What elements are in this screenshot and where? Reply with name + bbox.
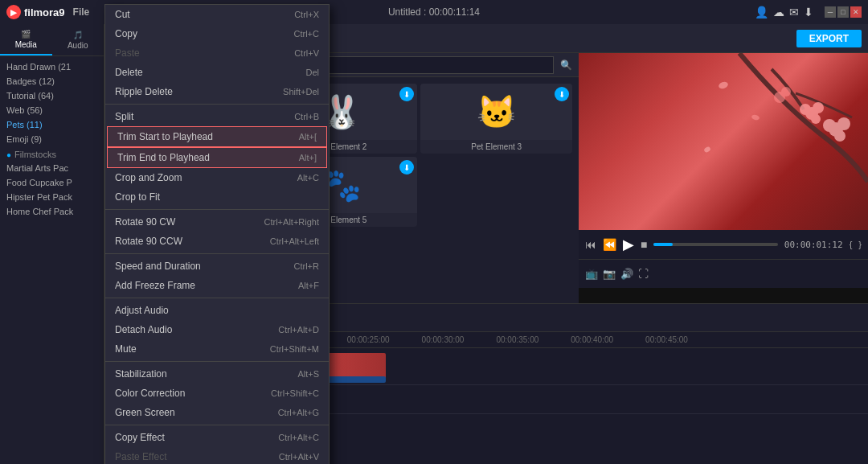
ctx-freeze[interactable]: Add Freeze Frame Alt+F <box>105 276 329 295</box>
maximize-button[interactable]: □ <box>837 6 849 18</box>
ctx-green-shortcut: Ctrl+Alt+G <box>278 408 319 417</box>
ctx-copy-effect-label: Copy Effect <box>115 432 165 443</box>
ctx-split[interactable]: Split Ctrl+B <box>105 107 329 126</box>
cloud-icon[interactable]: ☁ <box>773 6 784 18</box>
library-item-home-chef[interactable]: Home Chef Pack <box>0 204 104 219</box>
ctx-delete-shortcut: Del <box>305 68 319 77</box>
window-controls: 👤 ☁ ✉ ⬇ ─ □ ✕ <box>755 6 862 18</box>
ctx-rotate-ccw-label: Rotate 90 CCW <box>115 236 182 247</box>
fullscreen-icon[interactable]: ⛶ <box>638 268 649 280</box>
ctx-mute-shortcut: Ctrl+Shift+M <box>270 344 319 354</box>
camera-icon[interactable]: 📷 <box>603 268 616 280</box>
library-item-emoji[interactable]: Emoji (9) <box>0 132 104 146</box>
pet-cat-icon: 🐱 <box>477 93 517 131</box>
svg-point-1 <box>813 102 824 113</box>
media-item-pet-3[interactable]: 🐱 ⬇ Pet Element 3 <box>420 84 572 154</box>
library-item-hipster-pet[interactable]: Hipster Pet Pack <box>0 190 104 204</box>
download-icon[interactable]: ⬇ <box>804 6 813 18</box>
ctx-trim-end[interactable]: Trim End to Playhead Alt+] <box>107 147 327 168</box>
library-item-web[interactable]: Web (56) <box>0 103 104 117</box>
ctx-speed-shortcut: Ctrl+R <box>294 261 319 271</box>
search-icon[interactable]: 🔍 <box>560 60 572 71</box>
ctx-crop-zoom-shortcut: Alt+C <box>297 173 319 183</box>
ctx-crop-fit[interactable]: Crop to Fit <box>105 187 329 207</box>
svg-point-11 <box>751 114 760 121</box>
ctx-speed-label: Speed and Duration <box>115 261 201 272</box>
tab-audio[interactable]: 🎵 Audio <box>52 24 104 55</box>
ctx-ripple-shortcut: Shift+Del <box>283 87 319 96</box>
volume-icon[interactable]: 🔊 <box>620 268 633 280</box>
ctx-mute[interactable]: Mute Ctrl+Shift+M <box>105 339 329 359</box>
ctx-adjust-audio[interactable]: Adjust Audio <box>105 301 329 320</box>
ctx-speed[interactable]: Speed and Duration Ctrl+R <box>105 257 329 276</box>
library-item-food-cupcake[interactable]: Food Cupcake P <box>0 175 104 190</box>
ctx-delete[interactable]: Delete Del <box>105 63 329 82</box>
ctx-freeze-label: Add Freeze Frame <box>115 280 195 291</box>
ctx-color-correction[interactable]: Color Correction Ctrl+Shift+C <box>105 384 329 403</box>
library-item-hand-drawn[interactable]: Hand Drawn (21 <box>0 60 104 74</box>
download-badge-3[interactable]: ⬇ <box>555 87 569 101</box>
ctx-rotate-cw[interactable]: Rotate 90 CW Ctrl+Alt+Right <box>105 212 329 232</box>
ctx-trim-start-shortcut: Alt+[ <box>299 132 317 142</box>
ctx-green-label: Green Screen <box>115 407 175 418</box>
ctx-trim-start-label: Trim Start to Playhead <box>117 131 213 142</box>
mail-icon[interactable]: ✉ <box>789 6 799 18</box>
ctx-detach-label: Detach Audio <box>115 324 172 335</box>
library-item-pets[interactable]: Pets (11) <box>0 117 104 132</box>
ctx-cut-label: Cut <box>115 9 130 20</box>
svg-point-3 <box>811 114 821 124</box>
minimize-button[interactable]: ─ <box>825 6 836 18</box>
svg-point-5 <box>837 117 850 130</box>
library-item-badges[interactable]: Badges (12) <box>0 74 104 88</box>
ctx-green-screen[interactable]: Green Screen Ctrl+Alt+G <box>105 403 329 422</box>
bracket-left-icon[interactable]: { <box>850 240 853 249</box>
ctx-split-label: Split <box>115 111 133 122</box>
ctx-detach-shortcut: Ctrl+Alt+D <box>278 325 319 335</box>
media-audio-tabs: 🎬 Media 🎵 Audio <box>0 24 104 56</box>
skip-start-icon[interactable]: ⏮ <box>585 238 596 251</box>
ctx-detach-audio[interactable]: Detach Audio Ctrl+Alt+D <box>105 320 329 339</box>
play-icon[interactable]: ▶ <box>623 236 634 253</box>
ctx-paste-effect-label: Paste Effect <box>115 451 166 462</box>
window-buttons: ─ □ ✕ <box>825 6 862 18</box>
ctx-divider-2 <box>105 209 329 210</box>
blossom-decoration <box>579 53 868 230</box>
ctx-trim-start[interactable]: Trim Start to Playhead Alt+[ <box>107 126 327 147</box>
ruler-mark-5: 00:00:35:00 <box>496 335 538 344</box>
ctx-paste-label: Paste <box>115 47 140 59</box>
svg-point-2 <box>800 104 811 115</box>
ctx-rotate-cw-label: Rotate 90 CW <box>115 216 175 228</box>
ctx-stabilization-shortcut: Alt+S <box>297 369 319 379</box>
ctx-cut[interactable]: Cut Ctrl+X <box>105 5 329 24</box>
ctx-rotate-ccw[interactable]: Rotate 90 CCW Ctrl+Alt+Left <box>105 232 329 251</box>
preview-tools-bar: 📺 📷 🔊 ⛶ <box>579 259 868 288</box>
export-button[interactable]: EXPORT <box>796 30 862 47</box>
ctx-paste-effect[interactable]: Paste Effect Ctrl+Alt+V <box>105 447 329 464</box>
ctx-paste-shortcut: Ctrl+V <box>294 48 319 58</box>
ctx-divider-6 <box>105 425 329 425</box>
tab-media[interactable]: 🎬 Media <box>0 24 52 55</box>
media-tab-icon: 🎬 <box>21 30 31 39</box>
ctx-paste[interactable]: Paste Ctrl+V <box>105 43 329 63</box>
ctx-crop-fit-label: Crop to Fit <box>115 191 160 203</box>
progress-bar[interactable] <box>653 243 777 246</box>
ctx-stabilization[interactable]: Stabilization Alt+S <box>105 364 329 384</box>
ctx-divider-1 <box>105 104 329 105</box>
profile-icon[interactable]: 👤 <box>755 6 768 18</box>
app-name: filmora9 <box>24 6 65 18</box>
ctx-freeze-shortcut: Alt+F <box>298 281 319 290</box>
logo-icon: ▶ <box>6 5 21 19</box>
library-item-tutorial[interactable]: Tutorial (64) <box>0 88 104 103</box>
ctx-copy[interactable]: Copy Ctrl+C <box>105 24 329 43</box>
library-item-martial-arts[interactable]: Martial Arts Pac <box>0 161 104 175</box>
screen-record-icon[interactable]: 📺 <box>585 268 598 280</box>
ctx-ripple-delete[interactable]: Ripple Delete Shift+Del <box>105 82 329 101</box>
close-button[interactable]: ✕ <box>850 6 862 18</box>
ctx-crop-zoom[interactable]: Crop and Zoom Alt+C <box>105 168 329 187</box>
bracket-right-icon[interactable]: } <box>858 240 862 249</box>
file-menu[interactable]: File <box>73 6 90 18</box>
ctx-copy-effect[interactable]: Copy Effect Ctrl+Alt+C <box>105 428 329 447</box>
step-back-icon[interactable]: ⏪ <box>603 238 616 251</box>
stop-icon[interactable]: ■ <box>641 238 647 251</box>
app-logo: ▶ filmora9 File <box>6 5 89 19</box>
